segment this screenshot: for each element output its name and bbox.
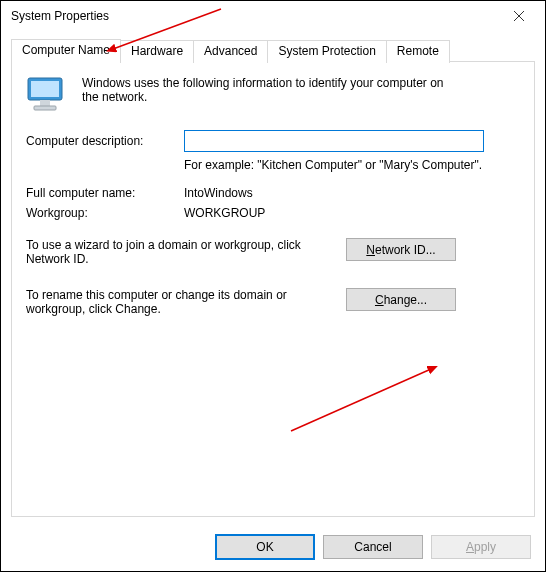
tab-advanced[interactable]: Advanced <box>193 40 268 63</box>
tab-system-protection[interactable]: System Protection <box>267 40 386 63</box>
change-text: To rename this computer or change its do… <box>26 288 336 316</box>
tab-hardware[interactable]: Hardware <box>120 40 194 63</box>
fullname-row: Full computer name: IntoWindows <box>26 186 520 200</box>
dialog-button-bar: OK Cancel AApplypply <box>1 523 545 571</box>
tab-computer-name[interactable]: Computer Name <box>11 39 121 62</box>
description-input[interactable] <box>184 130 484 152</box>
svg-rect-2 <box>40 100 50 106</box>
intro-text: Windows uses the following information t… <box>82 76 462 104</box>
workgroup-row: Workgroup: WORKGROUP <box>26 206 520 220</box>
description-row: Computer description: <box>26 130 520 152</box>
workgroup-label: Workgroup: <box>26 206 184 220</box>
fullname-value: IntoWindows <box>184 186 520 200</box>
ok-button[interactable]: OK <box>215 534 315 560</box>
networkid-row: To use a wizard to join a domain or work… <box>26 238 520 266</box>
fullname-label: Full computer name: <box>26 186 184 200</box>
change-row: To rename this computer or change its do… <box>26 288 520 316</box>
networkid-text: To use a wizard to join a domain or work… <box>26 238 336 266</box>
tab-strip: Computer Name Hardware Advanced System P… <box>11 39 535 62</box>
close-icon <box>514 11 524 21</box>
close-button[interactable] <box>499 3 539 29</box>
description-label: Computer description: <box>26 134 184 148</box>
tab-panel: Windows uses the following information t… <box>11 61 535 517</box>
tab-remote[interactable]: Remote <box>386 40 450 63</box>
change-button[interactable]: Change... <box>346 288 456 311</box>
window-title: System Properties <box>11 9 499 23</box>
cancel-button[interactable]: Cancel <box>323 535 423 559</box>
workgroup-value: WORKGROUP <box>184 206 520 220</box>
network-id-button[interactable]: Network ID... <box>346 238 456 261</box>
title-bar: System Properties <box>1 1 545 31</box>
apply-button: AApplypply <box>431 535 531 559</box>
computer-icon <box>26 76 68 116</box>
intro-row: Windows uses the following information t… <box>26 76 520 116</box>
svg-rect-1 <box>31 81 59 97</box>
svg-rect-3 <box>34 106 56 110</box>
description-hint: For example: "Kitchen Computer" or "Mary… <box>184 158 484 172</box>
client-area: Computer Name Hardware Advanced System P… <box>11 39 535 517</box>
